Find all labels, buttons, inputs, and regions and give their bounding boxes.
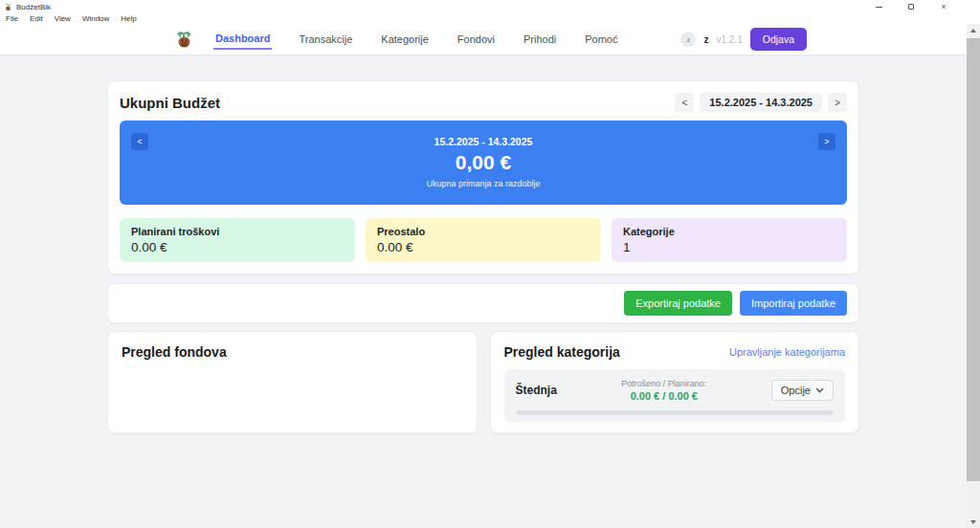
stat-card-planned-costs: Planirani troškovi 0.00 €: [120, 218, 355, 262]
page-content: Ukupni Budžet < 15.2.2025 - 14.3.2025 > …: [0, 55, 967, 528]
scroll-up-arrow-icon: [970, 29, 976, 33]
username: z: [703, 34, 708, 45]
menu-item-view[interactable]: View: [55, 14, 71, 23]
banner-date-range: 15.2.2025 - 14.3.2025: [120, 136, 847, 147]
close-icon: ×: [941, 3, 946, 11]
user-avatar: z: [680, 32, 696, 47]
menu-item-file[interactable]: File: [6, 14, 18, 23]
scrollbar-thumb[interactable]: [967, 38, 980, 481]
banner-subtitle: Ukupna primanja za razdoblje: [426, 179, 540, 188]
stat-value: 1: [623, 240, 835, 254]
navbar: Dashboard Transakcije Kategorije Fondovi…: [0, 24, 980, 55]
logout-button[interactable]: Odjava: [750, 28, 807, 51]
funds-overview-card: Pregled fondova: [107, 331, 478, 433]
category-name: Štednja: [516, 384, 557, 397]
export-data-button[interactable]: Exportiraj podatke: [624, 291, 732, 316]
period-next-button[interactable]: >: [828, 93, 847, 112]
window-titlebar: BudžetBik ×: [0, 0, 980, 12]
stat-card-categories: Kategorije 1: [612, 218, 847, 262]
period-label: 15.2.2025 - 14.3.2025: [700, 93, 822, 112]
nav-item-transakcije[interactable]: Transakcije: [297, 30, 354, 49]
nav-item-pomoc[interactable]: Pomoć: [583, 30, 619, 49]
app-mascot-icon: [4, 3, 12, 11]
stat-label: Planirani troškovi: [131, 226, 344, 237]
import-data-button[interactable]: Importiraj podatke: [740, 291, 847, 316]
manage-categories-link[interactable]: Upravljanje kategorijama: [729, 346, 845, 358]
stat-label: Kategorije: [623, 226, 835, 237]
stat-label: Preostalo: [377, 226, 590, 237]
scrollbar-up-button[interactable]: [967, 24, 980, 36]
nav-item-prihodi[interactable]: Prihodi: [522, 30, 558, 49]
minimize-icon: [876, 7, 882, 8]
menu-bar: File Edit View Window Help: [0, 12, 980, 24]
spent-planned-value: 0.00 € / 0.00 €: [621, 390, 706, 402]
chevron-down-icon: [815, 387, 824, 394]
app-version: v1.2.1: [716, 34, 742, 45]
categories-title: Pregled kategorija: [504, 344, 620, 360]
period-prev-button[interactable]: <: [675, 93, 694, 112]
nav-item-fondovi[interactable]: Fondovi: [456, 30, 497, 49]
minimize-button[interactable]: [873, 2, 884, 11]
app-logo-icon: [173, 28, 196, 51]
window-title: BudžetBik: [16, 3, 873, 11]
stats-row: Planirani troškovi 0.00 € Preostalo 0.00…: [120, 218, 847, 262]
budget-title: Ukupni Budžet: [120, 95, 220, 111]
nav-item-kategorije[interactable]: Kategorije: [379, 30, 431, 49]
category-progress-bar: [516, 410, 835, 415]
category-metrics: Potrošeno / Planirano: 0.00 € / 0.00 €: [621, 379, 706, 402]
spent-planned-label: Potrošeno / Planirano:: [621, 379, 706, 388]
scroll-down-arrow-icon: [970, 520, 976, 524]
category-options-button[interactable]: Opcije: [771, 380, 834, 401]
nav-item-dashboard[interactable]: Dashboard: [213, 29, 272, 50]
menu-item-window[interactable]: Window: [82, 14, 109, 23]
menu-item-help[interactable]: Help: [121, 14, 136, 23]
scrollbar-down-button[interactable]: [967, 516, 980, 528]
menu-item-edit[interactable]: Edit: [30, 14, 43, 23]
maximize-icon: [908, 4, 914, 10]
stat-value: 0.00 €: [377, 240, 590, 254]
data-actions-card: Exportiraj podatke Importiraj podatke: [107, 283, 859, 323]
category-options-label: Opcije: [781, 385, 811, 396]
income-banner: < 15.2.2025 - 14.3.2025 0,00 € Ukupna pr…: [120, 121, 847, 205]
nav-links: Dashboard Transakcije Kategorije Fondovi…: [213, 29, 620, 50]
banner-amount: 0,00 €: [456, 151, 511, 174]
vertical-scrollbar[interactable]: [967, 24, 980, 528]
category-row: Štednja Potrošeno / Planirano: 0.00 € / …: [504, 369, 846, 423]
stat-card-remaining: Preostalo 0.00 €: [366, 218, 601, 262]
close-button[interactable]: ×: [938, 2, 949, 11]
banner-next-button[interactable]: >: [818, 133, 835, 150]
app-window: BudžetBik × File Edit View Window Help: [0, 0, 980, 528]
funds-title: Pregled fondova: [122, 344, 463, 360]
stat-value: 0.00 €: [131, 240, 344, 254]
date-range-control: < 15.2.2025 - 14.3.2025 >: [675, 93, 847, 112]
categories-overview-card: Pregled kategorija Upravljanje kategorij…: [490, 331, 860, 433]
budget-overview-card: Ukupni Budžet < 15.2.2025 - 14.3.2025 > …: [107, 80, 859, 275]
maximize-button[interactable]: [905, 2, 917, 11]
